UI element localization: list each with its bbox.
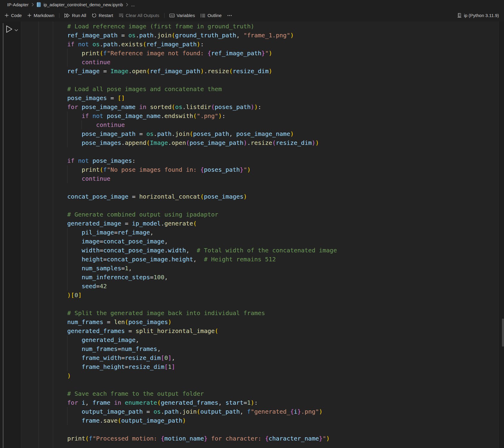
- indent-guide: [67, 174, 67, 183]
- indent-guide: [67, 49, 67, 58]
- code-line[interactable]: concat_pose_image = horizontal_concat(po…: [39, 192, 337, 201]
- code-line[interactable]: width=concat_pose_image.width, # Total w…: [39, 246, 337, 255]
- code-line[interactable]: image=concat_pose_image,: [39, 237, 337, 246]
- code-line[interactable]: # Load all pose images and concatenate t…: [39, 85, 337, 93]
- code-line[interactable]: # Split the generated image back into in…: [39, 309, 337, 317]
- indent-guide: [67, 264, 67, 273]
- code-line[interactable]: generated_frames = split_horizontal_imag…: [39, 326, 337, 335]
- variables-label: Variables: [177, 13, 195, 18]
- indent-guide: [67, 138, 67, 147]
- indent-guide: [67, 407, 67, 416]
- code-line[interactable]: frame.save(output_image_path): [39, 416, 337, 425]
- add-code-label: Code: [11, 13, 22, 18]
- indent-guide: [67, 228, 67, 237]
- code-line[interactable]: continue: [39, 174, 337, 183]
- code-line[interactable]: if not os.path.exists(ref_image_path):: [39, 40, 337, 49]
- indent-guide: [67, 362, 67, 371]
- plus-icon: [27, 13, 32, 18]
- chevron-right-icon: [126, 3, 128, 7]
- code-line[interactable]: # Generate combined output using ipadapt…: [39, 210, 337, 219]
- breadcrumb-more[interactable]: ...: [131, 2, 135, 7]
- code-line[interactable]: for i, frame in enumerate(generated_fram…: [39, 398, 337, 407]
- indent-guide: [67, 120, 67, 129]
- run-all-button[interactable]: Run All: [62, 11, 89, 20]
- code-line[interactable]: generated_image,: [39, 335, 337, 344]
- notebook-file-icon: [37, 2, 41, 7]
- code-line[interactable]: # Save each frame to the output folder: [39, 389, 337, 398]
- code-line[interactable]: num_samples=1,: [39, 264, 337, 273]
- scrollbar-thumb[interactable]: [502, 319, 504, 346]
- indent-guide: [67, 255, 67, 264]
- code-line[interactable]: [39, 425, 337, 434]
- indent-guide: [67, 58, 67, 67]
- variables-icon: (x): [169, 13, 175, 18]
- code-line[interactable]: ref_image = Image.open(ref_image_path).r…: [39, 67, 337, 76]
- code-line[interactable]: ref_image_path = os.path.join(ground_tru…: [39, 31, 337, 40]
- restart-button[interactable]: Restart: [89, 11, 116, 20]
- variables-button[interactable]: (x) Variables: [167, 11, 198, 20]
- code-line[interactable]: [39, 201, 337, 210]
- code-line[interactable]: # Load reference image (first frame in g…: [39, 22, 337, 31]
- code-line[interactable]: ): [39, 371, 337, 380]
- code-line[interactable]: print(f"Processed motion: {motion_name} …: [39, 434, 337, 443]
- code-line[interactable]: seed=42: [39, 282, 337, 291]
- run-cell-button[interactable]: [6, 25, 13, 33]
- breadcrumb-file-label: ip_adapter_controlnet_demo_new.ipynb: [44, 2, 123, 7]
- indent-guide: [67, 246, 67, 255]
- code-line[interactable]: for pose_image_name in sorted(os.listdir…: [39, 102, 337, 111]
- run-options-chevron-icon[interactable]: [14, 27, 18, 33]
- code-line[interactable]: [39, 380, 337, 389]
- code-line[interactable]: generated_image = ip_model.generate(: [39, 219, 337, 228]
- code-line[interactable]: height=concat_pose_image.height, # Heigh…: [39, 255, 337, 264]
- breadcrumb-more-label: ...: [131, 2, 135, 7]
- code-line[interactable]: num_inference_steps=100,: [39, 273, 337, 282]
- chevron-right-icon: [31, 3, 34, 7]
- code-line[interactable]: num_frames=num_frames,: [39, 344, 337, 353]
- code-line[interactable]: continue: [39, 58, 337, 67]
- breadcrumb-folder-label: IP-Adapter: [7, 2, 29, 7]
- breadcrumb-file[interactable]: ip_adapter_controlnet_demo_new.ipynb: [44, 2, 123, 7]
- code-line[interactable]: pose_images.append(Image.open(pose_image…: [39, 138, 337, 147]
- code-line[interactable]: pil_image=ref_image,: [39, 228, 337, 237]
- code-line[interactable]: continue: [39, 120, 337, 129]
- code-line[interactable]: [39, 300, 337, 309]
- clear-all-outputs-label: Clear All Outputs: [126, 13, 159, 18]
- more-actions-button[interactable]: [224, 11, 235, 20]
- run-all-label: Run All: [72, 13, 86, 18]
- toolbar-separator: [164, 13, 165, 18]
- indent-guide: [67, 353, 67, 362]
- indent-guide: [67, 344, 67, 353]
- code-line[interactable]: print(f"No pose images found in: {poses_…: [39, 165, 337, 174]
- clear-all-outputs-button[interactable]: Clear All Outputs: [116, 11, 162, 20]
- outline-icon: [200, 13, 205, 18]
- cell-focus-bar: [3, 23, 4, 448]
- plus-icon: [4, 13, 9, 18]
- breadcrumb-folder[interactable]: IP-Adapter: [7, 2, 29, 7]
- code-line[interactable]: if not pose_images:: [39, 156, 337, 165]
- code-line[interactable]: pose_images = []: [39, 93, 337, 102]
- outline-label: Outline: [208, 13, 222, 18]
- indent-guide: [67, 416, 67, 425]
- play-icon: [6, 25, 13, 33]
- kernel-picker-button[interactable]: ip (Python 3.11.9): [454, 11, 499, 20]
- code-line[interactable]: [39, 183, 337, 192]
- code-line[interactable]: [39, 147, 337, 156]
- indent-guide: [67, 237, 67, 246]
- add-code-cell-button[interactable]: Code: [2, 11, 24, 20]
- indent-guide: [67, 282, 67, 291]
- code-line[interactable]: output_image_path = os.path.join(output_…: [39, 407, 337, 416]
- code-line[interactable]: num_frames = len(pose_images): [39, 317, 337, 326]
- code-line[interactable]: if not pose_image_name.endswith(".png"):: [39, 111, 337, 120]
- code-line[interactable]: frame_height=resize_dim[1]: [39, 362, 337, 371]
- code-line[interactable]: print(f"Reference image not found: {ref_…: [39, 49, 337, 58]
- run-all-icon: [64, 13, 70, 18]
- code-line[interactable]: [39, 76, 337, 85]
- toolbar-separator: [59, 13, 59, 18]
- outline-button[interactable]: Outline: [198, 11, 225, 20]
- code-line[interactable]: pose_image_path = os.path.join(poses_pat…: [39, 129, 337, 138]
- code-line[interactable]: )[0]: [39, 291, 337, 300]
- indent-guide: [67, 111, 67, 120]
- add-markdown-cell-button[interactable]: Markdown: [24, 11, 57, 20]
- notebook-cell-area: # Load reference image (first frame in g…: [0, 22, 504, 448]
- code-line[interactable]: frame_width=resize_dim[0],: [39, 353, 337, 362]
